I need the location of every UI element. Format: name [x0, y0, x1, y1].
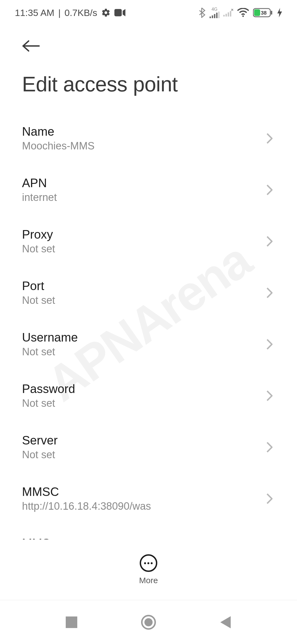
chevron-right-icon [264, 184, 275, 195]
battery-icon: 38 [253, 8, 273, 18]
charging-bolt-icon [277, 8, 282, 17]
nav-back-button[interactable] [215, 611, 237, 633]
field-value: internet [22, 192, 257, 203]
field-value: Not set [22, 243, 257, 255]
svg-rect-6 [223, 15, 225, 17]
footer-action-bar: More [0, 539, 297, 600]
svg-rect-0 [114, 9, 122, 17]
chevron-right-icon [264, 133, 275, 144]
bluetooth-icon [199, 7, 206, 18]
svg-rect-2 [212, 15, 213, 18]
video-camera-icon [114, 9, 125, 17]
field-row-server[interactable]: Server Not set [0, 421, 297, 473]
field-label: MMSC [22, 485, 257, 499]
svg-rect-7 [226, 14, 227, 17]
field-value: Not set [22, 346, 257, 358]
chevron-right-icon [264, 493, 275, 504]
status-time: 11:35 AM [15, 7, 54, 18]
field-label: APN [22, 176, 257, 190]
app-bar [0, 25, 297, 56]
field-value: Not set [22, 397, 257, 409]
field-label: Password [22, 382, 257, 396]
field-row-password[interactable]: Password Not set [0, 370, 297, 421]
chevron-right-icon [264, 236, 275, 247]
field-row-proxy[interactable]: Proxy Not set [0, 215, 297, 267]
status-net-speed: 0.7KB/s [65, 7, 97, 18]
svg-rect-8 [228, 12, 229, 17]
field-row-name[interactable]: Name Moochies-MMS [0, 113, 297, 164]
svg-point-10 [242, 15, 244, 17]
field-row-apn[interactable]: APN internet [0, 164, 297, 215]
field-label: Proxy [22, 228, 257, 241]
wifi-icon [237, 8, 249, 17]
field-value: http://10.16.18.4:38090/was [22, 500, 257, 512]
field-row-port[interactable]: Port Not set [0, 267, 297, 318]
field-label: Server [22, 433, 257, 447]
chevron-right-icon [264, 390, 275, 401]
svg-rect-9 [230, 11, 231, 17]
svg-rect-13 [271, 11, 272, 15]
field-row-username[interactable]: Username Not set [0, 318, 297, 370]
signal-4g-icon: 4G [210, 7, 219, 18]
status-separator: | [58, 7, 61, 18]
system-nav-bar [0, 600, 297, 644]
status-bar-right: 4G 38 [199, 7, 282, 18]
svg-text:38: 38 [261, 10, 266, 16]
chevron-right-icon [264, 442, 275, 453]
svg-point-18 [144, 618, 153, 626]
back-button[interactable] [22, 36, 41, 56]
more-label: More [139, 576, 158, 585]
nav-home-button[interactable] [138, 611, 160, 633]
more-button[interactable]: More [139, 554, 158, 585]
svg-rect-3 [214, 14, 215, 18]
chevron-right-icon [264, 287, 275, 298]
field-value: Not set [22, 294, 257, 306]
chevron-right-icon [264, 339, 275, 350]
field-label: Port [22, 279, 257, 293]
field-label: Name [22, 125, 257, 138]
svg-rect-12 [254, 9, 260, 16]
field-value: Not set [22, 449, 257, 461]
svg-rect-1 [210, 17, 211, 18]
field-value: Moochies-MMS [22, 140, 257, 152]
svg-rect-5 [218, 12, 219, 18]
svg-rect-4 [216, 13, 218, 18]
nav-recents-button[interactable] [61, 611, 82, 633]
signal-nosim-icon [223, 9, 233, 17]
status-bar-left: 11:35 AM | 0.7KB/s [15, 7, 125, 18]
field-row-mmsc[interactable]: MMSC http://10.16.18.4:38090/was [0, 473, 297, 524]
field-label: Username [22, 331, 257, 344]
more-icon [140, 554, 157, 572]
apn-field-list: Name Moochies-MMS APN internet Proxy Not… [0, 107, 297, 576]
svg-rect-16 [66, 616, 77, 628]
gear-icon [101, 8, 111, 17]
page-title: Edit access point [0, 56, 297, 107]
status-bar: 11:35 AM | 0.7KB/s 4G 38 [0, 0, 297, 25]
